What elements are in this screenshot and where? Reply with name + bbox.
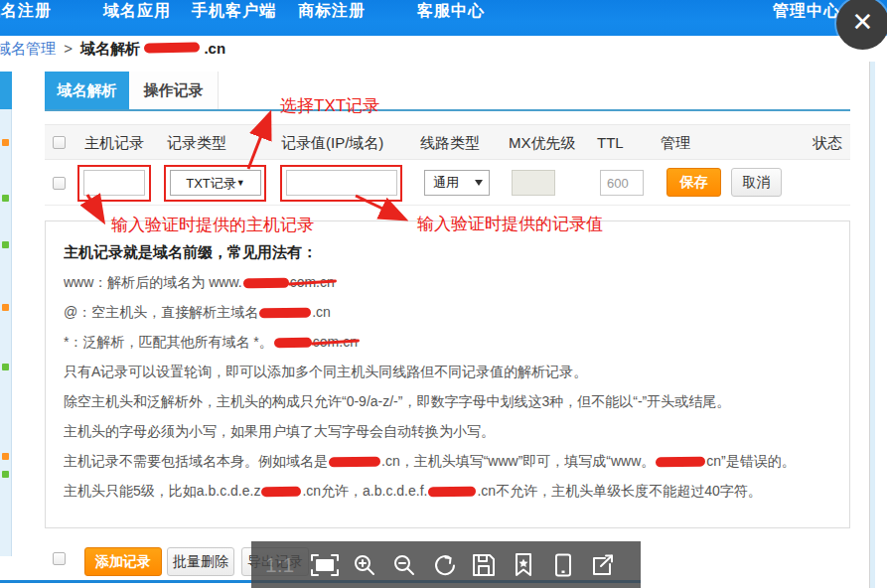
help-text: .cn不允许，主机头单级长度不能超过40字符。 xyxy=(477,483,761,499)
chevron-down-icon xyxy=(475,180,483,186)
redacted-domain-scribble xyxy=(274,338,312,349)
close-button[interactable]: ✕ xyxy=(836,0,887,50)
bookmark-star-icon[interactable] xyxy=(509,551,538,579)
help-text: com.cn xyxy=(290,267,335,297)
help-text: www：解析后的域名为 www. xyxy=(64,274,242,290)
row-checkbox[interactable] xyxy=(53,177,66,190)
sidebar-chip xyxy=(2,471,9,478)
redacted-domain-scribble xyxy=(656,457,705,468)
breadcrumb-current-page: 域名解析 xyxy=(80,40,140,57)
col-mx-priority: MX优先级 xyxy=(509,125,576,161)
redacted-domain-scribble xyxy=(144,43,200,54)
help-text: .cn允许，a.b.c.d.e.f. xyxy=(302,483,427,499)
nav-item-domain-apps[interactable]: 域名应用 xyxy=(103,1,171,22)
top-navigation-bar: 域名注册 域名应用 手机客户端 商标注册 客服中心 管理中心 xyxy=(0,0,887,36)
sidebar-chip xyxy=(2,241,9,248)
zoom-out-icon[interactable] xyxy=(389,551,419,579)
annotation-value-hint: 输入验证时提供的记录值 xyxy=(417,213,603,235)
col-manage: 管理 xyxy=(661,125,690,161)
breadcrumb-domain-management[interactable]: 域名管理 xyxy=(0,40,56,57)
help-text: cn”是错误的。 xyxy=(706,453,795,469)
help-line-www: www：解析后的域名为 www.com.cn xyxy=(64,267,835,297)
line-type-value: 通用 xyxy=(433,175,459,190)
mx-priority-input-disabled xyxy=(512,170,555,196)
table-row: TXT记录▼ 通用 保存 取消 xyxy=(45,161,850,206)
select-all-checkbox[interactable] xyxy=(53,136,66,149)
cancel-button[interactable]: 取消 xyxy=(731,168,782,197)
redacted-domain-scribble xyxy=(243,278,289,289)
zoom-ratio-label: 1:1 xyxy=(265,553,305,577)
image-viewer-toolbar: 1:1 xyxy=(251,541,641,588)
sidebar-chip xyxy=(2,304,9,311)
tab-operation-log[interactable]: 操作记录 xyxy=(129,72,219,109)
breadcrumb: 域名管理 > 域名解析 .cn xyxy=(0,40,225,60)
help-text: *：泛解析，匹配其他所有域名 *。 xyxy=(64,334,273,350)
help-text: .cn，主机头填写“www”即可，填写成“www。 xyxy=(381,453,655,469)
record-type-value: TXT记录 xyxy=(186,176,236,191)
sidebar-chip xyxy=(2,139,9,146)
tab-underline xyxy=(45,109,850,111)
col-status: 状态 xyxy=(813,125,842,161)
footer-select-all-checkbox[interactable] xyxy=(53,552,66,565)
sidebar-chip xyxy=(2,364,9,370)
annotation-host-hint: 输入验证时提供的主机记录 xyxy=(111,214,314,236)
help-line-wildcard: *：泛解析，匹配其他所有域名 *。com.cn xyxy=(64,327,835,357)
sidebar-chip xyxy=(2,195,9,202)
redacted-domain-scribble xyxy=(261,487,301,498)
host-record-input[interactable] xyxy=(83,170,145,196)
device-preview-icon[interactable] xyxy=(548,551,578,579)
add-record-button[interactable]: 添加记录 xyxy=(84,547,162,576)
ttl-input[interactable] xyxy=(600,170,644,196)
col-host-record: 主机记录 xyxy=(84,125,144,161)
manage-center-label: 管理中心 xyxy=(773,2,840,19)
save-button[interactable]: 保存 xyxy=(666,168,721,197)
redacted-domain-scribble xyxy=(329,457,380,468)
col-record-value: 记录值(IP/域名) xyxy=(281,125,383,161)
help-text: @：空主机头，直接解析主域名 xyxy=(64,304,258,320)
col-line-type: 线路类型 xyxy=(420,125,480,161)
help-line-lowercase: 主机头的字母必须为小写，如果用户填了大写字母会自动转换为小写。 xyxy=(64,416,835,446)
col-record-type: 记录类型 xyxy=(167,125,226,161)
left-edge-sidebar-sliver xyxy=(0,109,12,556)
annotation-select-txt: 选择TXT记录 xyxy=(280,94,379,117)
help-text: .cn xyxy=(312,304,331,320)
batch-delete-button[interactable]: 批量删除 xyxy=(167,547,234,576)
nav-item-domain-register[interactable]: 域名注册 xyxy=(0,1,52,22)
line-type-select[interactable]: 通用 xyxy=(424,170,490,196)
redacted-domain-scribble xyxy=(259,308,311,319)
tab-bar: 域名解析 操作记录 xyxy=(45,72,850,111)
help-line-levels: 主机头只能5级，比如a.b.c.d.e.z.cn允许，a.b.c.d.e.f..… xyxy=(64,476,835,506)
breadcrumb-domain-suffix: .cn xyxy=(204,40,225,57)
close-icon: ✕ xyxy=(852,7,874,37)
record-value-input[interactable] xyxy=(286,170,397,196)
help-line-no-domain: 主机记录不需要包括域名本身。例如域名是.cn，主机头填写“www”即可，填写成“… xyxy=(64,446,835,476)
share-icon[interactable] xyxy=(588,551,618,579)
save-icon[interactable] xyxy=(469,551,499,579)
left-edge-blue-block xyxy=(0,72,12,109)
zoom-in-icon[interactable] xyxy=(350,551,379,579)
help-line-charset: 除空主机头和泛解析外，主机头的构成只允许“0-9/a-z/-”，即数字字母中划线… xyxy=(64,386,835,416)
right-edge-strip xyxy=(869,62,875,588)
redacted-domain-scribble xyxy=(428,487,476,498)
help-text: 主机记录不需要包括域名本身。例如域名是 xyxy=(64,453,328,469)
help-text: com.cn xyxy=(313,327,358,357)
rotate-icon[interactable] xyxy=(429,551,459,579)
table-header-row: 主机记录 记录类型 记录值(IP/域名) 线路类型 MX优先级 TTL 管理 状… xyxy=(45,124,850,160)
help-line-at: @：空主机头，直接解析主域名.cn xyxy=(64,297,835,327)
col-ttl: TTL xyxy=(597,125,624,161)
nav-item-trademark[interactable]: 商标注册 xyxy=(298,1,366,22)
tab-domain-resolution[interactable]: 域名解析 xyxy=(45,72,129,109)
sidebar-chip xyxy=(2,453,9,460)
record-type-select[interactable]: TXT记录▼ xyxy=(170,170,261,196)
help-title: 主机记录就是域名前缀，常见用法有： xyxy=(64,237,835,267)
nav-item-customer-service[interactable]: 客服中心 xyxy=(417,1,485,22)
nav-item-mobile-client[interactable]: 手机客户端 xyxy=(192,1,276,22)
breadcrumb-separator: > xyxy=(64,40,73,57)
fit-screen-icon[interactable] xyxy=(310,551,340,579)
help-line-a-record: 只有A记录可以设置轮询，即可以添加多个同主机头同线路但不同记录值的解析记录。 xyxy=(64,357,835,386)
help-panel: 主机记录就是域名前缀，常见用法有： www：解析后的域名为 www.com.cn… xyxy=(45,220,850,528)
help-text: 主机头只能5级，比如a.b.c.d.e.z xyxy=(64,483,260,499)
